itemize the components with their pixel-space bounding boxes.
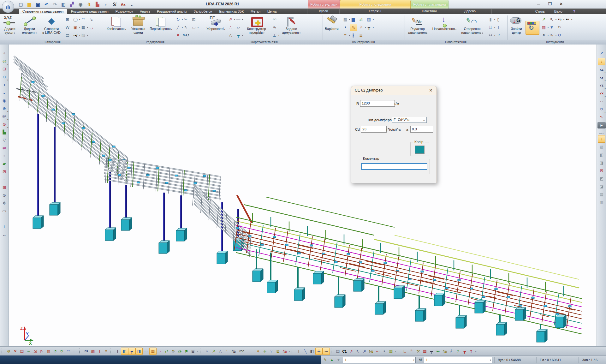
plane-quad-icon[interactable]: ▱ [235,24,242,31]
tab-1[interactable]: Створення та редагування [19,9,67,14]
cube-axes-icon[interactable]: ▣▾ [72,24,79,31]
node-vector-icon[interactable]: ↗ [210,348,217,355]
surface-saddle-icon[interactable]: ◡ [88,24,95,31]
block-selection-icon[interactable]: ⊠ [1,168,8,175]
a-input[interactable]: 0.3 [410,126,433,133]
select-target-node-icon[interactable]: ◉ [1,97,8,104]
material-cube-icon[interactable]: ▩ [90,348,96,355]
damper-type-select[interactable]: F=Cd*V^a⌄ [392,117,427,123]
line-number-one-icon[interactable]: ╲ [302,348,309,355]
load-strokes-icon[interactable]: ⇊▾ [487,24,494,31]
overflow-chevron-icon[interactable]: » [395,350,396,353]
node-tee-icon[interactable]: ┬▾ [235,32,242,39]
tab-6[interactable]: Залізобетон [190,9,216,14]
find-center-button[interactable]: ↓GЗнайти центр [507,15,526,40]
tab-4[interactable]: Аналіз [136,9,153,14]
overflow-chevron-icon[interactable]: » [288,350,290,353]
tee-red-3d-icon[interactable]: ┲ [461,348,468,355]
customize-more-icon[interactable]: ⌄ [128,1,135,8]
spatial-axes-icon[interactable]: ↖ [598,114,605,121]
springs-arrows-icon[interactable]: ⇗▾ [227,16,234,23]
mesh-number-one-icon[interactable]: ▦ [388,348,394,355]
add-element-button[interactable]: Додати елемент ▾ [19,15,40,40]
cylinder-scheme-icon[interactable]: ◯▾ [72,16,79,23]
refresh-view-button[interactable]: ↻ [526,21,539,35]
ibeam-spray-icon[interactable]: I [495,24,502,31]
assigned-reinforcement-button[interactable]: Задане армування ▾ [279,15,303,40]
dome-wireframe-icon[interactable]: ◠ [65,348,72,355]
node-center-icon[interactable]: ✛ [261,348,268,355]
cube-list-icon[interactable]: ▤ [335,348,341,355]
view-3d-model-icon[interactable]: ▙ [1,129,8,136]
link-nodes-icon[interactable]: ∞ [25,348,32,355]
frame-vector-2-icon[interactable]: ↗ [361,348,368,355]
mesh-plate-icon[interactable]: ▦ [149,348,157,355]
red-frame-selection-icon[interactable]: ⊞ [1,184,8,191]
tee-beam-icon[interactable]: ┳▾ [365,24,372,31]
lock-secure-icon[interactable]: ∩ [103,1,109,8]
building-scheme-icon[interactable]: ▤ [64,32,71,39]
pack-scheme-button[interactable]: Упаковка схеми [128,15,148,40]
chart-bars-icon[interactable]: ▆ [350,16,357,23]
bricks-wall-icon[interactable]: ≡▾ [342,32,349,39]
tab-10[interactable]: Вузли [317,9,330,14]
info-element-icon[interactable]: i [1,224,8,230]
node-number-one-icon[interactable]: ¹ [204,348,210,355]
measure-distance-icon[interactable]: ↔ [1,231,8,238]
close-button[interactable]: ✕ [556,0,567,8]
tab-8[interactable]: Метал [247,9,264,14]
node-branch-icon[interactable]: ⑂ [268,348,275,355]
element-numbers-icon[interactable]: № [230,348,237,355]
minimize-button[interactable]: ─ [533,0,544,8]
dome-scheme-icon[interactable]: ◠ [80,16,87,23]
copy-button[interactable]: Копіювання ▾ [105,15,128,40]
zoom-magnifier-icon[interactable]: ⊙ [1,192,8,199]
load-editor-button[interactable]: ✎№Редактор завантажень [405,15,431,40]
previous-frame-icon[interactable]: ▫ [1,152,8,159]
pan-view-icon[interactable]: ✥ [1,200,8,207]
new-document-icon[interactable]: ▢ [18,1,24,8]
filter-selection-icon[interactable]: ▽ [1,137,8,144]
view-iso-sw-icon[interactable]: ◪ [598,183,605,190]
dialog-title[interactable]: CE 62 демпфер [351,86,437,95]
rotate-view-left-icon[interactable]: ↺ [52,348,58,355]
protractor-green-icon[interactable]: ◶ [176,348,183,355]
collapse-handle[interactable]: ▶ [597,122,606,128]
transfer-dofs-icon[interactable]: ↘ [88,16,95,23]
stiffness-button[interactable]: EF✚Жорсткості ▾ [206,15,226,40]
si-units-icon[interactable]: Si [111,1,118,8]
plate-ghost-icon[interactable]: ▱ [72,348,78,355]
gear-edit-icon[interactable]: ⚙ [170,348,176,355]
app-menu-button[interactable] [2,1,14,13]
overflow-chevron-icon[interactable]: » [197,350,198,353]
rebar-tools-icon[interactable]: ⚒ [415,348,421,355]
twelve-icon[interactable]: 12)▾ [556,16,563,23]
scissors-cut-icon[interactable]: ✂ [182,16,189,23]
help-menu[interactable]: ?⌄ [573,9,579,14]
view-top-cube-icon[interactable]: ▧ [598,144,605,151]
ruler-dots-icon[interactable]: ⋯ [374,348,381,355]
proj-1-icon[interactable]: XY▸ [598,74,605,81]
dashed-mesh-icon[interactable]: ▨▾ [80,32,87,39]
plate-blue-icon[interactable]: ◨ [135,348,143,355]
view-iso-se-icon[interactable]: ◩ [598,175,605,182]
plate-diagonal-icon[interactable]: ⊠ [275,348,281,355]
axes-arrows-icon[interactable]: ↗ [540,16,547,23]
select-vertical-elements-icon[interactable]: ◑ [1,81,8,88]
tab-12[interactable]: Пластини [420,9,438,14]
squares-down-icon[interactable]: ▼ [548,24,555,31]
flag-orange-icon[interactable]: ⚐▾ [358,24,365,31]
tab-3[interactable]: Розрахунок [112,9,137,14]
color-swatch[interactable] [415,146,425,154]
tab-11[interactable]: Стержні [367,9,383,14]
frames-combine-icon[interactable]: ▭▾ [190,24,197,31]
number-lines-icon[interactable]: ⫽ [448,348,454,355]
frame-title-icon[interactable]: ⊟ [190,348,196,355]
load-button[interactable]: ↓Навантаження ▾ [431,15,458,40]
node-group-dots-icon[interactable]: ∴ [223,348,230,355]
ibeam-stroke-icon[interactable]: I [295,348,302,355]
cube-question-icon[interactable]: ? [454,348,461,355]
renumber-nodes-icon[interactable]: ⇲ [32,348,39,355]
balls-group-icon[interactable]: ∴ [227,24,234,31]
tab-13[interactable]: Дерево [462,9,478,14]
